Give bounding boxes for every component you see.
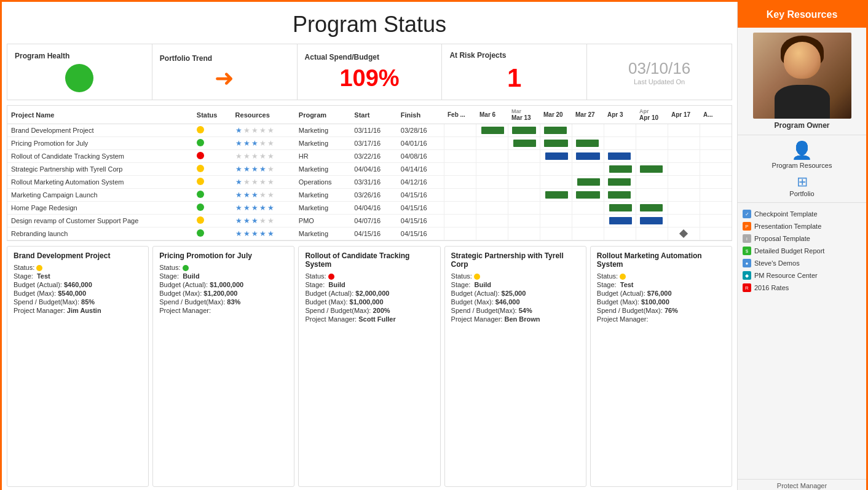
cell-resources: ★★★★★ <box>232 163 295 176</box>
sidebar-link[interactable]: ● Steve's Demos <box>743 257 861 269</box>
gantt-cell <box>572 227 604 240</box>
gantt-cell <box>668 189 700 202</box>
kpi-date-value: 03/10/16 <box>628 59 690 78</box>
cell-project-name: Strategic Partnership with Tyrell Corp <box>7 163 193 176</box>
col-apr3: Apr 3 <box>604 106 636 124</box>
gantt-cell <box>700 227 732 240</box>
kpi-trend: Portfolio Trend ➜ <box>152 44 298 100</box>
gantt-cell <box>508 202 540 215</box>
card-status-dot <box>183 265 189 271</box>
sidebar-link[interactable]: R 2016 Rates <box>743 282 861 294</box>
card-spend-budget: Spend / Budget(Max): 54% <box>451 307 580 314</box>
gantt-cell <box>636 137 668 150</box>
card-budget-max: Budget (Max): $100,000 <box>597 298 725 306</box>
cell-start: 03/22/16 <box>350 150 397 163</box>
kpi-risk: At Risk Projects 1 <box>442 44 587 100</box>
gantt-bar <box>545 152 568 160</box>
card-spend-budget: Spend / Budget(Max): 76% <box>597 307 725 314</box>
gantt-cell <box>476 150 508 163</box>
col-mar6: Mar 6 <box>476 106 508 124</box>
sidebar-link[interactable]: P Presentation Template <box>743 220 861 232</box>
project-table-container: Project Name Status Resources Program St… <box>7 105 732 241</box>
gantt-cell <box>668 215 700 227</box>
gantt-cell <box>540 137 572 150</box>
card-status-dot <box>474 274 480 280</box>
gantt-cell <box>508 227 540 240</box>
card-status-dot <box>620 274 626 280</box>
gantt-cell <box>700 137 732 150</box>
star-filled: ★ <box>235 165 242 173</box>
cell-status <box>193 189 232 202</box>
gantt-cell <box>668 202 700 215</box>
sidebar-link[interactable]: ✓ Checkpoint Template <box>743 208 861 220</box>
card-spend-budget: Spend / Budget(Max): 83% <box>159 298 288 306</box>
gantt-cell <box>668 124 700 137</box>
sidebar-links-section: ✓ Checkpoint Template P Presentation Tem… <box>738 203 866 479</box>
photo-face <box>784 42 821 79</box>
kpi-row: Program Health Portfolio Trend ➜ Actual … <box>7 44 732 100</box>
gantt-cell <box>668 176 700 189</box>
cell-status <box>193 215 232 227</box>
gantt-cell <box>444 189 476 202</box>
cell-finish: 04/12/16 <box>397 176 444 189</box>
sidebar-link[interactable]: i Proposal Template <box>743 232 861 245</box>
gantt-bar <box>481 127 504 134</box>
kpi-health-label: Program Health <box>15 52 69 60</box>
card-status-dot <box>36 265 42 271</box>
gantt-cell <box>444 227 476 240</box>
col-apr17: Apr 17 <box>668 106 700 124</box>
card-pm: Project Manager: Scott Fuller <box>305 315 433 323</box>
gantt-cell <box>540 124 572 137</box>
link-label: Presentation Template <box>754 223 821 230</box>
gantt-bar <box>544 140 568 147</box>
resources-person-icon: 👤 <box>743 140 861 160</box>
star-empty: ★ <box>267 178 274 186</box>
cell-program: Marketing <box>295 227 351 240</box>
star-empty: ★ <box>259 126 266 135</box>
star-filled: ★ <box>243 191 250 199</box>
cell-project-name: Rebranding launch <box>7 227 193 240</box>
card-pm: Project Manager: Ben Brown <box>451 315 580 323</box>
cell-status <box>193 150 232 163</box>
star-filled: ★ <box>235 191 242 199</box>
link-icon: P <box>743 222 751 231</box>
card-status: Status: <box>305 272 433 280</box>
star-filled: ★ <box>267 229 274 238</box>
cell-project-name: Rollout of Candidate Tracking System <box>7 150 193 163</box>
gantt-bar <box>609 165 632 173</box>
star-empty: ★ <box>243 178 250 186</box>
gantt-bar <box>640 204 663 211</box>
gantt-cell <box>476 163 508 176</box>
cell-program: Marketing <box>295 124 351 137</box>
sidebar-link[interactable]: ◆ PM Resource Center <box>743 269 861 282</box>
cell-program: PMO <box>295 215 351 227</box>
kpi-risk-value: 1 <box>507 63 521 93</box>
gantt-cell <box>636 163 668 176</box>
card-budget-max: Budget (Max): $540,000 <box>14 290 142 297</box>
cell-project-name: Home Page Redesign <box>7 202 193 215</box>
card-stage: Stage: Build <box>451 281 580 288</box>
star-filled: ★ <box>243 139 250 148</box>
kpi-spend-label: Actual Spend/Budget <box>305 53 379 61</box>
table-row: Pricing Promotion for July★★★★★Marketing… <box>7 137 732 150</box>
gantt-cell <box>476 176 508 189</box>
star-filled: ★ <box>235 229 242 238</box>
gantt-cell <box>668 150 700 163</box>
gantt-cell <box>444 202 476 215</box>
cell-start: 03/26/16 <box>350 189 397 202</box>
col-project-name: Project Name <box>7 106 193 124</box>
gantt-cell <box>540 163 572 176</box>
card-spend-budget: Spend / Budget(Max): 85% <box>14 298 142 306</box>
card-status: Status: <box>597 272 725 280</box>
sidebar: Key Resources Program Owner 👤 Program Re… <box>737 2 866 490</box>
star-empty: ★ <box>267 126 274 135</box>
main-layout: Program Status Program Health Portfolio … <box>2 2 866 490</box>
gantt-bar <box>608 178 631 186</box>
card-budget-actual: Budget (Actual): $25,000 <box>451 290 580 297</box>
sidebar-link[interactable]: $ Detailed Budget Report <box>743 245 861 257</box>
star-empty: ★ <box>243 152 250 160</box>
gantt-cell <box>700 150 732 163</box>
star-empty: ★ <box>251 126 258 135</box>
cell-finish: 04/01/16 <box>397 137 444 150</box>
gantt-cell <box>604 150 636 163</box>
